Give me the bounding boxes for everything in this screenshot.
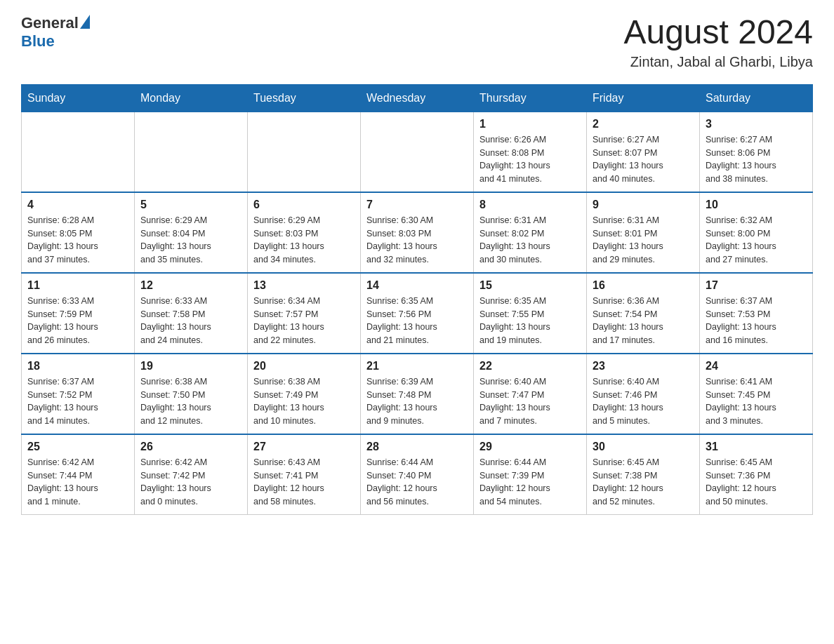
calendar-cell: 16Sunrise: 6:36 AMSunset: 7:54 PMDayligh…: [587, 273, 700, 354]
calendar-week-row: 25Sunrise: 6:42 AMSunset: 7:44 PMDayligh…: [22, 434, 813, 515]
day-info: Sunrise: 6:44 AMSunset: 7:40 PMDaylight:…: [366, 456, 468, 509]
logo-blue: Blue: [21, 32, 55, 51]
calendar-header-row: SundayMondayTuesdayWednesdayThursdayFrid…: [22, 84, 813, 112]
calendar-cell: 19Sunrise: 6:38 AMSunset: 7:50 PMDayligh…: [135, 354, 248, 434]
day-info: Sunrise: 6:31 AMSunset: 8:02 PMDaylight:…: [479, 214, 581, 267]
day-number: 5: [140, 199, 241, 211]
calendar-week-row: 11Sunrise: 6:33 AMSunset: 7:59 PMDayligh…: [22, 273, 813, 354]
day-number: 29: [479, 441, 581, 453]
logo-general: General: [21, 14, 79, 32]
calendar-cell: 31Sunrise: 6:45 AMSunset: 7:36 PMDayligh…: [700, 434, 813, 515]
day-number: 20: [253, 360, 355, 373]
calendar-cell: 9Sunrise: 6:31 AMSunset: 8:01 PMDaylight…: [587, 192, 700, 273]
day-info: Sunrise: 6:37 AMSunset: 7:52 PMDaylight:…: [27, 375, 128, 428]
day-info: Sunrise: 6:31 AMSunset: 8:01 PMDaylight:…: [593, 214, 694, 267]
day-number: 3: [706, 118, 807, 130]
calendar-cell: 25Sunrise: 6:42 AMSunset: 7:44 PMDayligh…: [22, 434, 135, 515]
day-info: Sunrise: 6:29 AMSunset: 8:03 PMDaylight:…: [253, 214, 355, 267]
calendar-header-thursday: Thursday: [474, 84, 587, 112]
day-info: Sunrise: 6:33 AMSunset: 7:59 PMDaylight:…: [27, 295, 128, 347]
calendar-cell: 26Sunrise: 6:42 AMSunset: 7:42 PMDayligh…: [135, 434, 248, 515]
day-info: Sunrise: 6:41 AMSunset: 7:45 PMDaylight:…: [706, 375, 807, 428]
day-info: Sunrise: 6:26 AMSunset: 8:08 PMDaylight:…: [479, 133, 581, 186]
day-number: 12: [140, 279, 241, 292]
day-number: 10: [706, 199, 807, 211]
day-info: Sunrise: 6:40 AMSunset: 7:46 PMDaylight:…: [593, 375, 694, 428]
day-number: 21: [366, 360, 468, 373]
day-info: Sunrise: 6:45 AMSunset: 7:38 PMDaylight:…: [593, 456, 694, 509]
day-info: Sunrise: 6:38 AMSunset: 7:49 PMDaylight:…: [253, 375, 355, 428]
day-number: 11: [27, 279, 128, 292]
calendar-cell: 11Sunrise: 6:33 AMSunset: 7:59 PMDayligh…: [22, 273, 135, 354]
day-info: Sunrise: 6:33 AMSunset: 7:58 PMDaylight:…: [140, 295, 241, 347]
day-info: Sunrise: 6:32 AMSunset: 8:00 PMDaylight:…: [706, 214, 807, 267]
calendar-cell: 17Sunrise: 6:37 AMSunset: 7:53 PMDayligh…: [700, 273, 813, 354]
day-number: 16: [593, 279, 694, 292]
day-number: 4: [27, 199, 128, 211]
day-info: Sunrise: 6:40 AMSunset: 7:47 PMDaylight:…: [479, 375, 581, 428]
calendar-header-wednesday: Wednesday: [361, 84, 474, 112]
day-number: 15: [479, 279, 581, 292]
day-info: Sunrise: 6:35 AMSunset: 7:56 PMDaylight:…: [366, 295, 468, 347]
calendar-cell: 14Sunrise: 6:35 AMSunset: 7:56 PMDayligh…: [361, 273, 474, 354]
subtitle: Zintan, Jabal al Gharbi, Libya: [623, 54, 813, 70]
calendar-cell: 15Sunrise: 6:35 AMSunset: 7:55 PMDayligh…: [474, 273, 587, 354]
calendar-cell: 29Sunrise: 6:44 AMSunset: 7:39 PMDayligh…: [474, 434, 587, 515]
day-number: 27: [253, 441, 355, 453]
calendar-cell: 24Sunrise: 6:41 AMSunset: 7:45 PMDayligh…: [700, 354, 813, 434]
calendar-cell: 8Sunrise: 6:31 AMSunset: 8:02 PMDaylight…: [474, 192, 587, 273]
calendar-cell: [135, 112, 248, 192]
day-number: 28: [366, 441, 468, 453]
logo: General Blue: [21, 14, 90, 51]
main-title: August 2024: [623, 14, 813, 51]
calendar-cell: 6Sunrise: 6:29 AMSunset: 8:03 PMDaylight…: [248, 192, 361, 273]
day-number: 1: [479, 118, 581, 130]
calendar-cell: 2Sunrise: 6:27 AMSunset: 8:07 PMDaylight…: [587, 112, 700, 192]
calendar-cell: 21Sunrise: 6:39 AMSunset: 7:48 PMDayligh…: [361, 354, 474, 434]
day-number: 7: [366, 199, 468, 211]
day-info: Sunrise: 6:35 AMSunset: 7:55 PMDaylight:…: [479, 295, 581, 347]
day-number: 24: [706, 360, 807, 373]
day-info: Sunrise: 6:42 AMSunset: 7:42 PMDaylight:…: [140, 456, 241, 509]
day-info: Sunrise: 6:44 AMSunset: 7:39 PMDaylight:…: [479, 456, 581, 509]
calendar-cell: 1Sunrise: 6:26 AMSunset: 8:08 PMDaylight…: [474, 112, 587, 192]
calendar-week-row: 18Sunrise: 6:37 AMSunset: 7:52 PMDayligh…: [22, 354, 813, 434]
day-number: 30: [593, 441, 694, 453]
calendar-week-row: 1Sunrise: 6:26 AMSunset: 8:08 PMDaylight…: [22, 112, 813, 192]
day-number: 6: [253, 199, 355, 211]
day-number: 26: [140, 441, 241, 453]
day-info: Sunrise: 6:38 AMSunset: 7:50 PMDaylight:…: [140, 375, 241, 428]
day-number: 31: [706, 441, 807, 453]
calendar-cell: [361, 112, 474, 192]
calendar-cell: 18Sunrise: 6:37 AMSunset: 7:52 PMDayligh…: [22, 354, 135, 434]
calendar-cell: 30Sunrise: 6:45 AMSunset: 7:38 PMDayligh…: [587, 434, 700, 515]
calendar-header-tuesday: Tuesday: [248, 84, 361, 112]
day-info: Sunrise: 6:30 AMSunset: 8:03 PMDaylight:…: [366, 214, 468, 267]
calendar-cell: 28Sunrise: 6:44 AMSunset: 7:40 PMDayligh…: [361, 434, 474, 515]
calendar-header-sunday: Sunday: [22, 84, 135, 112]
calendar-header-friday: Friday: [587, 84, 700, 112]
calendar-header-saturday: Saturday: [700, 84, 813, 112]
day-info: Sunrise: 6:27 AMSunset: 8:06 PMDaylight:…: [706, 133, 807, 186]
calendar-cell: 20Sunrise: 6:38 AMSunset: 7:49 PMDayligh…: [248, 354, 361, 434]
calendar-cell: [248, 112, 361, 192]
calendar-cell: [22, 112, 135, 192]
page-header: General Blue August 2024 Zintan, Jabal a…: [21, 14, 813, 70]
day-info: Sunrise: 6:34 AMSunset: 7:57 PMDaylight:…: [253, 295, 355, 347]
calendar-cell: 5Sunrise: 6:29 AMSunset: 8:04 PMDaylight…: [135, 192, 248, 273]
calendar-cell: 4Sunrise: 6:28 AMSunset: 8:05 PMDaylight…: [22, 192, 135, 273]
day-info: Sunrise: 6:28 AMSunset: 8:05 PMDaylight:…: [27, 214, 128, 267]
calendar-cell: 12Sunrise: 6:33 AMSunset: 7:58 PMDayligh…: [135, 273, 248, 354]
day-number: 8: [479, 199, 581, 211]
day-number: 2: [593, 118, 694, 130]
calendar-cell: 13Sunrise: 6:34 AMSunset: 7:57 PMDayligh…: [248, 273, 361, 354]
calendar-cell: 22Sunrise: 6:40 AMSunset: 7:47 PMDayligh…: [474, 354, 587, 434]
day-number: 19: [140, 360, 241, 373]
calendar-header-monday: Monday: [135, 84, 248, 112]
day-info: Sunrise: 6:29 AMSunset: 8:04 PMDaylight:…: [140, 214, 241, 267]
calendar-cell: 10Sunrise: 6:32 AMSunset: 8:00 PMDayligh…: [700, 192, 813, 273]
day-info: Sunrise: 6:45 AMSunset: 7:36 PMDaylight:…: [706, 456, 807, 509]
calendar-cell: 3Sunrise: 6:27 AMSunset: 8:06 PMDaylight…: [700, 112, 813, 192]
title-block: August 2024 Zintan, Jabal al Gharbi, Lib…: [623, 14, 813, 70]
day-info: Sunrise: 6:43 AMSunset: 7:41 PMDaylight:…: [253, 456, 355, 509]
